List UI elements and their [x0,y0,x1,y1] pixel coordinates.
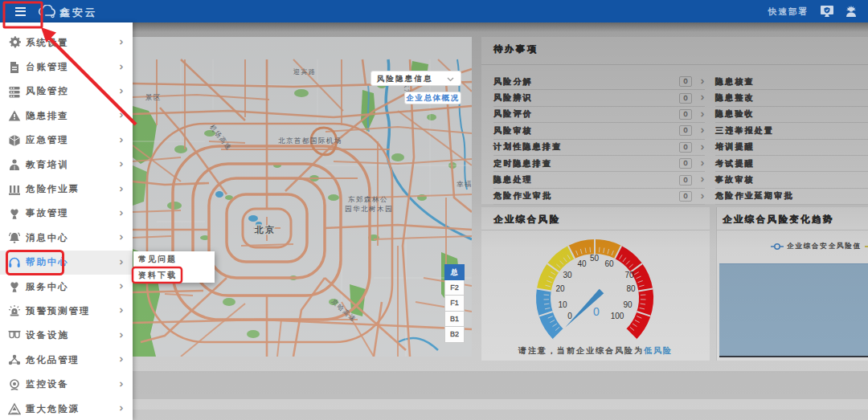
svg-text:100: 100 [611,312,624,320]
svg-text:80: 80 [626,284,636,293]
svg-text:10: 10 [558,300,567,309]
svg-text:50: 50 [590,254,600,263]
svg-text:30: 30 [563,271,572,279]
svg-text:北京首都国际机场: 北京首都国际机场 [278,137,342,145]
svg-text:园华北树木园: 园华北树木园 [345,205,393,213]
svg-text:迎宾路: 迎宾路 [293,68,317,75]
svg-text:北京: 北京 [254,225,276,234]
svg-text:0: 0 [567,312,572,320]
svg-text:90: 90 [623,300,633,309]
svg-text:40: 40 [577,259,587,268]
svg-text:幸福: 幸福 [457,180,472,188]
svg-text:景区: 景区 [145,93,162,101]
svg-text:20: 20 [555,284,565,293]
svg-text:0: 0 [593,305,600,318]
svg-text:东郊森林公: 东郊森林公 [348,195,388,203]
svg-text:60: 60 [604,259,614,268]
svg-text:70: 70 [624,271,634,279]
